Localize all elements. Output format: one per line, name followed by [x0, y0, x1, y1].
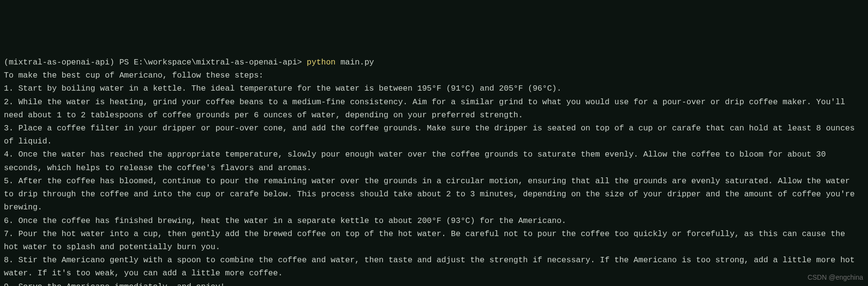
output-step-5: 5. After the coffee has bloomed, continu… — [4, 175, 864, 214]
command-keyword: python — [307, 58, 335, 67]
prompt-shell: PS — [119, 58, 129, 67]
output-step-2: 2. While the water is heating, grind you… — [4, 95, 864, 122]
output-step-9: 9. Serve the Americano immediately, and … — [4, 280, 864, 286]
output-step-6: 6. Once the coffee has finished brewing,… — [4, 214, 864, 227]
output-intro: To make the best cup of Americano, follo… — [4, 69, 864, 82]
terminal-output[interactable]: (mixtral-as-openai-api) PS E:\workspace\… — [4, 56, 864, 286]
prompt-path: E:\workspace\mixtral-as-openai-api> — [134, 58, 302, 67]
output-step-3: 3. Place a coffee filter in your dripper… — [4, 122, 864, 148]
watermark: CSDN @engchina — [807, 272, 863, 283]
prompt-env: (mixtral-as-openai-api) — [4, 58, 115, 67]
output-step-4: 4. Once the water has reached the approp… — [4, 148, 864, 174]
output-step-8: 8. Stir the Americano gently with a spoo… — [4, 254, 864, 280]
output-step-9-text: 9. Serve the Americano immediately, and … — [4, 282, 225, 286]
prompt-line: (mixtral-as-openai-api) PS E:\workspace\… — [4, 56, 864, 69]
command-arg: main.py — [340, 58, 374, 67]
output-step-7: 7. Pour the hot water into a cup, then g… — [4, 227, 864, 254]
output-step-1: 1. Start by boiling water in a kettle. T… — [4, 82, 864, 95]
